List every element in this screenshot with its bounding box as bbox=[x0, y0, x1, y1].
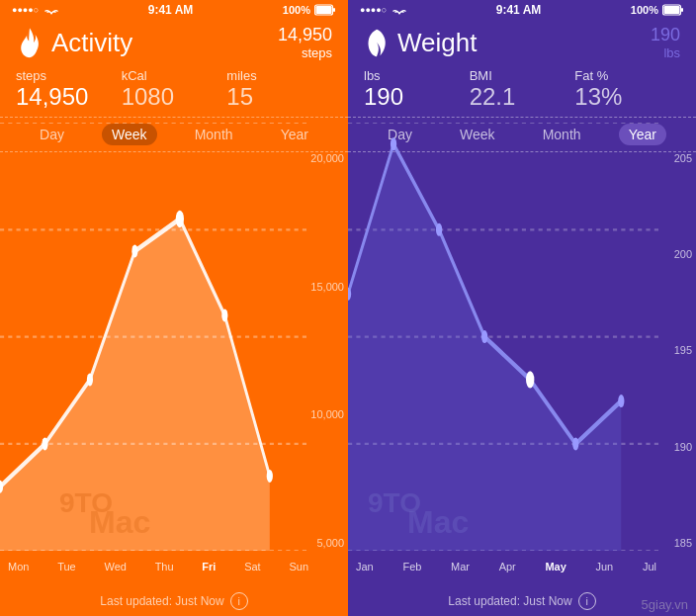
activity-header: Activity 14,950 steps bbox=[0, 20, 348, 64]
wifi-icon-2 bbox=[392, 5, 406, 15]
svg-point-30 bbox=[481, 330, 487, 343]
activity-x-axis: Mon Tue Wed Thu Fri Sat Sun bbox=[8, 561, 308, 572]
weight-header: Weight 190 lbs bbox=[348, 20, 696, 64]
activity-info-btn[interactable]: i bbox=[230, 592, 248, 610]
svg-point-29 bbox=[436, 223, 442, 236]
activity-signal: ●●●●○ bbox=[12, 5, 58, 15]
svg-rect-2 bbox=[316, 6, 332, 14]
weight-app: Weight 190 lbs lbs 190 BMI 22.1 Fat % 13… bbox=[348, 20, 696, 616]
svg-rect-3 bbox=[333, 8, 335, 12]
stat-lbs: lbs 190 bbox=[364, 68, 470, 111]
activity-stats: steps 14,950 kCal 1080 miles 15 bbox=[0, 64, 348, 118]
stat-kcal: kCal 1080 bbox=[122, 68, 227, 111]
svg-point-4 bbox=[398, 13, 400, 15]
weight-time: 9:41 AM bbox=[496, 3, 542, 17]
stat-steps: steps 14,950 bbox=[16, 68, 122, 111]
activity-last-updated: Last updated: Just Now bbox=[100, 594, 223, 608]
activity-app: Activity 14,950 steps steps 14,950 kCal … bbox=[0, 20, 348, 616]
weight-signal: ●●●●○ bbox=[360, 5, 406, 15]
weight-title: Weight bbox=[397, 28, 477, 58]
weight-x-axis: Jan Feb Mar Apr May Jun Jul bbox=[356, 561, 656, 572]
svg-rect-7 bbox=[681, 8, 683, 12]
weight-header-value: 190 lbs bbox=[651, 26, 680, 60]
activity-title: Activity bbox=[51, 28, 132, 58]
weight-chart-svg bbox=[348, 123, 658, 551]
activity-y-axis: 20,000 15,000 10,000 5,000 bbox=[310, 152, 344, 549]
activity-status-bar: ●●●●○ 9:41 AM 100% bbox=[0, 0, 348, 20]
weight-chart-area: 205 200 195 190 185 bbox=[348, 152, 696, 588]
activity-chart-svg bbox=[0, 123, 306, 551]
stat-bmi: BMI 22.1 bbox=[470, 68, 575, 111]
weight-info-btn[interactable]: i bbox=[578, 592, 596, 610]
svg-marker-13 bbox=[0, 219, 270, 551]
weight-last-updated: Last updated: Just Now bbox=[448, 594, 571, 608]
leaf-icon bbox=[364, 28, 390, 57]
svg-point-18 bbox=[176, 211, 184, 227]
weight-stats: lbs 190 BMI 22.1 Fat % 13% bbox=[348, 64, 696, 118]
svg-point-31 bbox=[526, 371, 534, 388]
wifi-icon bbox=[44, 5, 58, 15]
weight-footer: Last updated: Just Now i bbox=[348, 588, 696, 616]
activity-battery: 100% bbox=[283, 4, 336, 16]
stat-fat: Fat % 13% bbox=[574, 68, 680, 111]
svg-point-17 bbox=[131, 244, 137, 257]
svg-rect-6 bbox=[664, 6, 680, 14]
stat-miles: miles 15 bbox=[226, 68, 332, 111]
flame-icon bbox=[16, 27, 44, 58]
svg-point-15 bbox=[42, 437, 47, 450]
activity-header-value: 14,950 steps bbox=[278, 26, 332, 60]
svg-point-0 bbox=[50, 13, 52, 15]
svg-point-28 bbox=[391, 137, 396, 150]
activity-footer: Last updated: Just Now i bbox=[0, 588, 348, 616]
svg-point-16 bbox=[87, 373, 93, 386]
weight-status-bar: ●●●●○ 9:41 AM 100% bbox=[348, 0, 696, 20]
svg-point-20 bbox=[267, 470, 273, 483]
battery-icon bbox=[314, 4, 336, 16]
svg-point-19 bbox=[221, 308, 227, 321]
svg-marker-26 bbox=[348, 143, 621, 551]
activity-time: 9:41 AM bbox=[148, 3, 194, 17]
svg-point-33 bbox=[618, 395, 624, 407]
activity-chart-area: 20,000 15,000 10,000 5,000 bbox=[0, 152, 348, 588]
weight-battery: 100% bbox=[631, 4, 684, 16]
battery-icon-2 bbox=[662, 4, 684, 16]
svg-point-32 bbox=[572, 437, 578, 450]
weight-y-axis: 205 200 195 190 185 bbox=[674, 152, 692, 549]
